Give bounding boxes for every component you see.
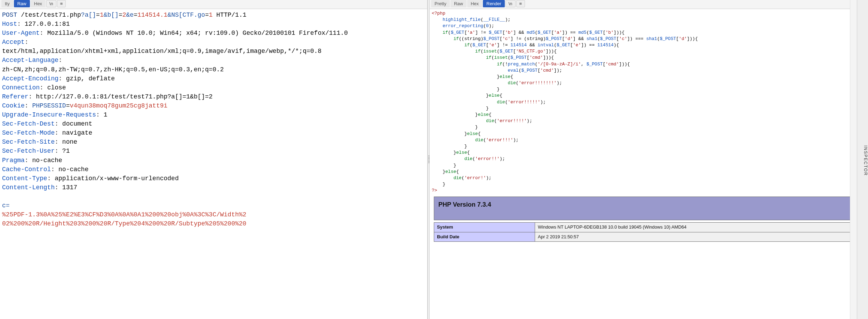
table-row: Build Date Apr 2 2019 21:50:57 bbox=[434, 232, 853, 241]
request-text[interactable]: POST /test/test71.php?a[]=1&b[]=2&e=1145… bbox=[2, 10, 425, 228]
php-source: <?php highlight_file(__FILE__); error_re… bbox=[432, 10, 855, 194]
tab-hex-left[interactable]: Hex bbox=[31, 0, 46, 7]
table-row: System Windows NT LAPTOP-6DEGB138 10.0 b… bbox=[434, 223, 853, 232]
phpinfo-value: Apr 2 2019 21:50:57 bbox=[535, 232, 853, 241]
newline-toggle-left[interactable]: \n bbox=[46, 0, 56, 7]
inspector-sidebar[interactable]: INSPECTOR bbox=[857, 0, 868, 319]
tab-render-right[interactable]: Render bbox=[483, 0, 505, 7]
tab-pretty-right[interactable]: Pretty bbox=[431, 0, 450, 7]
http-method: POST bbox=[2, 11, 17, 18]
tab-hex-right[interactable]: Hex bbox=[467, 0, 482, 7]
newline-toggle-right[interactable]: \n bbox=[505, 0, 516, 7]
request-tabs: tty Raw Hex \n ≡ bbox=[0, 0, 427, 9]
menu-button-left[interactable]: ≡ bbox=[57, 0, 66, 7]
scrollbar-gutter[interactable] bbox=[850, 0, 857, 319]
response-pane: Pretty Raw Hex Render \n ≡ <?php highlig… bbox=[430, 0, 857, 319]
response-content[interactable]: <?php highlight_file(__FILE__); error_re… bbox=[430, 9, 857, 319]
request-content[interactable]: POST /test/test71.php?a[]=1&b[]=2&e=1145… bbox=[0, 9, 427, 319]
inspector-label: INSPECTOR bbox=[863, 145, 868, 176]
request-pane: tty Raw Hex \n ≡ POST /test/test71.php?a… bbox=[0, 0, 428, 319]
http-version: HTTP/1.1 bbox=[216, 11, 246, 18]
phpinfo-key: Build Date bbox=[434, 232, 535, 241]
tab-raw-left[interactable]: Raw bbox=[14, 0, 30, 7]
php-version-banner: PHP Version 7.3.4 bbox=[434, 197, 853, 220]
tab-raw-right[interactable]: Raw bbox=[451, 0, 467, 7]
phpinfo-table: System Windows NT LAPTOP-6DEGB138 10.0 b… bbox=[434, 222, 853, 241]
menu-button-right[interactable]: ≡ bbox=[516, 0, 525, 7]
response-tabs: Pretty Raw Hex Render \n ≡ bbox=[430, 0, 857, 9]
phpinfo-value: Windows NT LAPTOP-6DEGB138 10.0 build 19… bbox=[535, 223, 853, 232]
app-root: tty Raw Hex \n ≡ POST /test/test71.php?a… bbox=[0, 0, 868, 319]
tab-pretty-left[interactable]: tty bbox=[1, 0, 13, 7]
http-path: /test/test71.php bbox=[21, 11, 81, 18]
phpinfo-key: System bbox=[434, 223, 535, 232]
